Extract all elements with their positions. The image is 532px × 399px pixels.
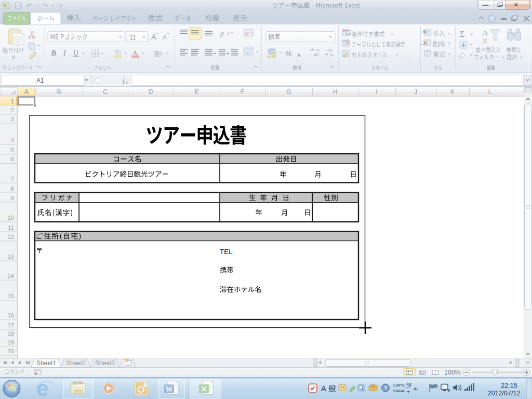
svg-text:5: 5 <box>11 147 14 153</box>
svg-text:A: A <box>24 88 29 96</box>
svg-text:?: ? <box>384 385 388 391</box>
svg-text:K: K <box>450 88 455 96</box>
svg-text:B: B <box>51 49 56 57</box>
svg-text:B: B <box>57 88 61 96</box>
svg-text:Σ: Σ <box>460 30 464 38</box>
svg-text:C: C <box>103 88 108 96</box>
svg-text:22:15: 22:15 <box>501 382 517 389</box>
svg-text:8: 8 <box>11 185 14 192</box>
svg-text:10: 10 <box>7 215 14 221</box>
svg-text:,: , <box>298 46 300 58</box>
svg-text:2012/07/12: 2012/07/12 <box>488 390 521 397</box>
svg-text:7: 7 <box>11 176 14 182</box>
svg-text:H: H <box>333 88 338 96</box>
svg-text:Z: Z <box>483 37 487 45</box>
svg-text:20: 20 <box>7 348 14 354</box>
svg-text:19: 19 <box>7 339 14 345</box>
svg-text:9: 9 <box>11 195 14 201</box>
svg-text:D: D <box>149 88 153 96</box>
svg-text:x: x <box>125 79 128 85</box>
svg-text:2: 2 <box>11 107 14 113</box>
svg-text:6: 6 <box>11 156 14 162</box>
svg-text:100%: 100% <box>444 369 461 376</box>
svg-text:4: 4 <box>11 137 15 143</box>
svg-text:CAPS: CAPS <box>393 383 405 388</box>
svg-text:I: I <box>376 88 377 96</box>
svg-text:A: A <box>321 384 326 393</box>
svg-text:W: W <box>166 385 173 393</box>
svg-text:18: 18 <box>7 330 14 337</box>
svg-text:11: 11 <box>129 33 137 41</box>
svg-text:.0: .0 <box>316 48 320 52</box>
svg-text:A1: A1 <box>36 77 44 84</box>
svg-text:A: A <box>483 29 488 36</box>
svg-text:e: e <box>36 376 48 399</box>
svg-text:16: 16 <box>7 312 14 318</box>
svg-text:Sheet1: Sheet1 <box>36 360 56 367</box>
svg-text:E: E <box>194 88 198 96</box>
svg-text:%: % <box>285 49 291 58</box>
svg-text:F: F <box>241 88 244 96</box>
svg-text:.00: .00 <box>326 48 332 52</box>
svg-text:11: 11 <box>8 224 14 231</box>
svg-text:13: 13 <box>7 254 14 260</box>
svg-text:15: 15 <box>7 293 14 299</box>
svg-text:L: L <box>488 88 492 96</box>
svg-text:A: A <box>163 34 167 41</box>
svg-text:17: 17 <box>7 322 14 328</box>
svg-text:3: 3 <box>11 116 14 122</box>
svg-text:Sheet3: Sheet3 <box>95 360 115 367</box>
svg-text:12: 12 <box>7 234 14 240</box>
svg-text:1: 1 <box>11 98 14 104</box>
svg-text:J: J <box>414 88 417 96</box>
svg-text:14: 14 <box>7 273 14 279</box>
svg-text:KANA: KANA <box>393 389 405 393</box>
svg-text:A: A <box>151 32 156 41</box>
svg-text:?: ? <box>490 16 493 22</box>
svg-text:TEL: TEL <box>220 248 233 256</box>
svg-text:G: G <box>286 88 291 96</box>
svg-text:Sheet2: Sheet2 <box>66 360 86 367</box>
svg-text:.00: .00 <box>313 52 319 57</box>
svg-text:U: U <box>73 49 78 57</box>
svg-text:a: a <box>247 50 249 55</box>
svg-text:.0: .0 <box>329 52 333 57</box>
